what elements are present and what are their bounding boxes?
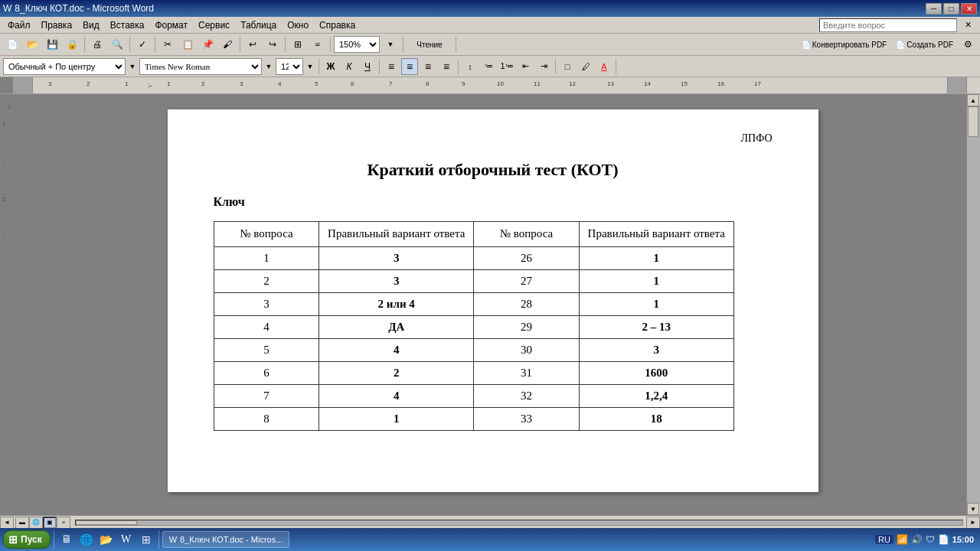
vertical-scrollbar[interactable]: ▲ ▼ [966, 94, 980, 515]
title-bar-left: W 8_Ключ КОТ.doc - Microsoft Word [3, 3, 154, 14]
maximize-button[interactable]: □ [943, 3, 959, 15]
highlight-button[interactable]: 🖊 [577, 58, 594, 75]
paste-icon: 📌 [202, 39, 214, 51]
menu-file[interactable]: Файл [3, 18, 35, 32]
zoom-apply-button[interactable]: ▼ [381, 36, 400, 53]
align-justify-button[interactable]: ≡ [438, 58, 455, 75]
menu-view[interactable]: Вид [78, 18, 104, 32]
bullet-list-button[interactable]: ≔ [480, 58, 497, 75]
col1-header: № вопроса [214, 222, 319, 247]
format-painter-button[interactable]: 🖌 [218, 36, 237, 53]
bold-button[interactable]: Ж [322, 58, 339, 75]
sep4 [240, 37, 240, 52]
font-dropdown-btn[interactable]: ▼ [263, 58, 274, 75]
outline-view-button[interactable]: ≡ [57, 517, 70, 529]
align-center-button[interactable]: ≡ [401, 58, 418, 75]
cut-button[interactable]: ✂ [158, 36, 177, 53]
new-button[interactable]: 📄 [3, 36, 21, 53]
copy-button[interactable]: 📋 [178, 36, 197, 53]
zoom-dropdown[interactable]: 150% [334, 36, 380, 53]
redo-button[interactable]: ↪ [263, 36, 282, 53]
scroll-right-button[interactable]: ► [966, 517, 980, 529]
question-num-1: 6 [214, 361, 319, 384]
lang-indicator[interactable]: RU [875, 535, 893, 544]
normal-view-button[interactable]: ▬ [15, 517, 29, 529]
create-pdf-button[interactable]: 📄 Создать PDF [892, 36, 957, 53]
answer-1: 4 [319, 384, 474, 407]
minimize-button[interactable]: ─ [926, 3, 942, 15]
numbered-list-button[interactable]: 1≔ [498, 58, 515, 75]
ruler-content[interactable]: 3 2 1 · 1 2 3 4 5 6 7 8 9 10 11 12 13 14… [33, 77, 947, 93]
quicklaunch-other[interactable]: ⊞ [137, 531, 155, 548]
increase-indent-button[interactable]: ⇥ [535, 58, 552, 75]
fmt-sep4 [555, 59, 556, 74]
align-right-button[interactable]: ≡ [420, 58, 436, 75]
style-dropdown-btn[interactable]: ▼ [127, 58, 138, 75]
quicklaunch-folder[interactable]: 📂 [97, 531, 116, 548]
answer-1: ДА [319, 315, 474, 338]
scroll-down-button[interactable]: ▼ [967, 503, 979, 515]
question-num-2: 28 [474, 292, 580, 315]
menu-table[interactable]: Таблица [236, 18, 281, 32]
search-close-button[interactable]: ✕ [959, 17, 977, 34]
fmt-sep1 [318, 59, 319, 74]
menu-edit[interactable]: Правка [37, 18, 77, 32]
convert-pdf-icon: 📄 [802, 41, 811, 49]
table-row: 74321,2,4 [214, 384, 733, 407]
quicklaunch-show-desktop[interactable]: 🖥 [57, 531, 76, 548]
style-dropdown[interactable]: Обычный + По центру [3, 58, 126, 75]
start-button[interactable]: ⊞ Пуск [3, 530, 51, 549]
answer-2: 1 [579, 292, 733, 315]
search-input[interactable] [819, 18, 957, 32]
print-preview-button[interactable]: 🔍 [108, 36, 126, 53]
answer-2: 1600 [579, 361, 733, 384]
close-button[interactable]: ✕ [961, 3, 977, 15]
decrease-indent-button[interactable]: ⇤ [517, 58, 534, 75]
paste-button[interactable]: 📌 [198, 36, 217, 53]
border-button[interactable]: □ [559, 58, 576, 75]
font-color-button[interactable]: A [596, 58, 612, 75]
table-button[interactable]: ⊞ [289, 36, 307, 53]
pdf-settings-button[interactable]: ⚙ [959, 36, 977, 53]
menu-window[interactable]: Окно [283, 18, 313, 32]
italic-button[interactable]: К [341, 58, 358, 75]
h-scrollbar-track[interactable] [75, 520, 963, 526]
scroll-up-button[interactable]: ▲ [967, 94, 979, 106]
title-bar-controls[interactable]: ─ □ ✕ [926, 3, 977, 15]
taskbar-word-item[interactable]: W 8_Ключ КОТ.doc - Micros... [162, 531, 290, 548]
formatting-toolbar: Обычный + По центру ▼ Times New Roman ▼ … [0, 56, 980, 77]
columns-button[interactable]: ≡ [309, 36, 327, 53]
menu-tools[interactable]: Сервис [194, 18, 234, 32]
menu-insert[interactable]: Вставка [106, 18, 149, 32]
scrollbar-track[interactable] [967, 106, 980, 503]
underline-button[interactable]: Ч [359, 58, 376, 75]
spell-button[interactable]: ✓ [133, 36, 152, 53]
print-view-button[interactable]: ▣ [43, 517, 57, 529]
size-dropdown-btn[interactable]: ▼ [305, 58, 315, 75]
question-num-1: 4 [214, 315, 319, 338]
align-left-button[interactable]: ≡ [383, 58, 400, 75]
reading-mode-button[interactable]: Чтение [407, 36, 452, 53]
h-scrollbar-thumb[interactable] [76, 520, 137, 525]
print-button[interactable]: 🖨 [88, 36, 106, 53]
font-dropdown[interactable]: Times New Roman [139, 58, 262, 75]
save-button[interactable]: 💾 [43, 36, 61, 53]
volume-icon[interactable]: 🔊 [911, 534, 923, 545]
line-spacing-button[interactable]: ↕ [462, 58, 479, 75]
answer-table: № вопроса Правильный вариант ответа № во… [214, 221, 734, 431]
web-view-button[interactable]: 🌐 [29, 517, 43, 529]
quicklaunch-word[interactable]: W [117, 531, 136, 548]
scroll-left-button[interactable]: ◄ [0, 517, 14, 529]
open-button[interactable]: 📂 [23, 36, 41, 53]
menu-format[interactable]: Формат [150, 18, 192, 32]
quicklaunch-browser[interactable]: 🌐 [77, 531, 96, 548]
scroll-area[interactable]: ЛПФО Краткий отборочный тест (КОТ) Ключ … [19, 94, 966, 515]
sep2 [129, 37, 130, 52]
permission-button[interactable]: 🔒 [63, 36, 81, 53]
menu-help[interactable]: Справка [315, 18, 360, 32]
convert-pdf-button[interactable]: 📄 Конвертировать PDF [798, 36, 890, 53]
size-dropdown[interactable]: 12 [276, 58, 303, 75]
scrollbar-thumb[interactable] [968, 106, 978, 137]
undo-button[interactable]: ↩ [243, 36, 262, 53]
cut-icon: ✂ [164, 39, 172, 51]
